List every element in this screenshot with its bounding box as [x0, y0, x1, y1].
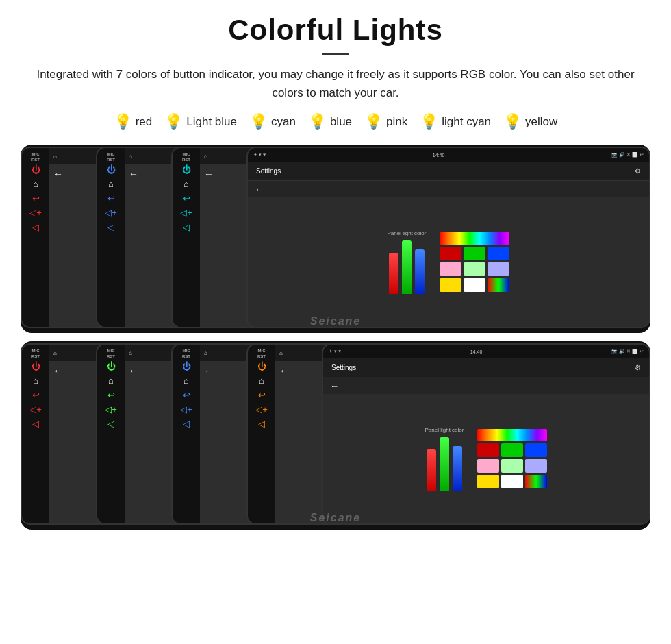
watermark-1: Seicane [310, 315, 361, 327]
bulb-red-icon: 💡 [114, 113, 132, 131]
grid-white-1[interactable] [464, 278, 485, 292]
panel-light-label-2: Panel light color [425, 427, 464, 433]
mic-label-1: MIC [32, 152, 40, 156]
vold-1b: ◁+ [29, 404, 42, 414]
mic-label-3: MIC [183, 152, 190, 156]
bulb-yellow-icon: 💡 [503, 113, 522, 131]
status-time-2: 14:40 [470, 349, 483, 354]
vol-down-3: ◁+ [180, 208, 192, 218]
color-label-blue: blue [330, 115, 352, 129]
color-label-lightcyan: light cyan [442, 115, 491, 129]
power-icon-2: ⏻ [107, 164, 116, 175]
settings-title-2: Settings [331, 364, 356, 371]
home-2b: ⌂ [108, 375, 114, 386]
vold-3b: ◁+ [180, 404, 192, 414]
grid-red-2[interactable] [477, 443, 499, 457]
color-item-cyan: 💡 cyan [249, 113, 296, 131]
sidebar-1: MIC RST ⏻ ⌂ ↩ ◁+ ◁ [22, 148, 49, 327]
vol-up-2: ◁ [107, 222, 114, 232]
grid-green-1[interactable] [464, 247, 485, 260]
title-section: Colorful Lights [21, 14, 650, 55]
color-label-cyan: cyan [271, 115, 296, 129]
grid-multi-1[interactable] [488, 278, 509, 292]
power-1b: ⏻ [31, 361, 40, 371]
grid-lightblue-2[interactable] [525, 459, 547, 473]
grid-pink-1[interactable] [440, 262, 461, 276]
vold-2b: ◁+ [105, 404, 117, 414]
color-item-blue: 💡 blue [308, 113, 352, 131]
grid-lightgreen-1[interactable] [464, 262, 485, 276]
device-row-2: MIC RST ⏻ ⌂ ↩ ◁+ ◁ ⌂ Se [21, 341, 650, 530]
title-divider [322, 53, 349, 55]
rainbow-strip-2 [477, 429, 547, 441]
back-arrow-3[interactable]: ← [204, 169, 214, 179]
grid-lightblue-1[interactable] [488, 262, 509, 276]
grid-green-2[interactable] [501, 443, 523, 457]
grid-blue-1[interactable] [488, 247, 509, 260]
sidebar-2b: MIC RST ⏻ ⌂ ↩ ◁+ ◁ [97, 345, 125, 523]
status-time-1: 14:40 [433, 153, 445, 158]
power-2b: ⏻ [107, 361, 116, 371]
rst-label-3: RST [182, 158, 190, 162]
power-icon-1: ⏻ [31, 164, 40, 175]
page-container: Colorful Lights Integrated with 7 colors… [0, 0, 671, 550]
settings-back-1[interactable]: ← [255, 184, 264, 195]
grid-yellow-1[interactable] [440, 278, 461, 292]
bar-red-2[interactable] [427, 449, 436, 491]
color-label-lightblue: Light blue [186, 115, 237, 129]
mic-label-2: MIC [107, 152, 115, 156]
back-arrow-3b[interactable]: ← [204, 365, 214, 376]
device-panel-main-1: ✦ ▾ ♥ 14:40 📷 🔊 ✕ ⬜ ↩ Settings ⚙ ← [246, 147, 650, 328]
settings-back-2[interactable]: ← [330, 381, 339, 391]
bar-green-1[interactable] [402, 240, 412, 294]
back-4b: ↩ [258, 390, 266, 400]
back-icon-2: ↩ [107, 193, 115, 203]
bar-green-2[interactable] [440, 437, 449, 491]
home-icon-1: ⌂ [33, 179, 38, 189]
color-item-lightcyan: 💡 light cyan [420, 113, 491, 131]
power-icon-3: ⏻ [182, 164, 191, 175]
sidebar-4b: MIC RST ⏻ ⌂ ↩ ◁+ ◁ [248, 345, 275, 523]
back-2b: ↩ [107, 390, 115, 400]
grid-blue-2[interactable] [525, 443, 547, 457]
colors-row: 💡 red 💡 Light blue 💡 cyan 💡 blue 💡 pink … [21, 113, 650, 131]
home-icon-3: ⌂ [183, 179, 189, 189]
description-text: Integrated with 7 colors of button indic… [21, 65, 650, 102]
bar-blue-1[interactable] [415, 249, 425, 294]
volu-4b: ◁ [258, 419, 265, 429]
bulb-blue-icon: 💡 [308, 113, 327, 131]
grid-yellow-2[interactable] [477, 475, 499, 488]
rst-label-2: RST [107, 158, 115, 162]
device-row-1: MIC RST ⏻ ⌂ ↩ ◁+ ◁ ⌂ Se [21, 145, 650, 333]
grid-red-1[interactable] [440, 247, 461, 260]
back-arrow-1b[interactable]: ← [53, 365, 63, 376]
grid-pink-2[interactable] [477, 459, 499, 473]
back-arrow-2[interactable]: ← [129, 169, 138, 179]
grid-lightgreen-2[interactable] [501, 459, 523, 473]
screenshots-section: MIC RST ⏻ ⌂ ↩ ◁+ ◁ ⌂ Se [21, 145, 650, 530]
color-item-pink: 💡 pink [364, 113, 407, 131]
sidebar-1b: MIC RST ⏻ ⌂ ↩ ◁+ ◁ [22, 345, 49, 523]
home-icon-2: ⌂ [108, 179, 114, 189]
color-label-pink: pink [386, 115, 407, 129]
vold-4b: ◁+ [255, 404, 268, 414]
back-icon-1: ↩ [32, 193, 40, 203]
rst-label-1: RST [31, 158, 40, 162]
volu-2b: ◁ [107, 419, 114, 429]
bar-blue-2[interactable] [453, 446, 462, 491]
back-arrow-1[interactable]: ← [53, 169, 63, 179]
grid-multi-2[interactable] [525, 475, 547, 488]
sidebar-3b: MIC RST ⏻ ⌂ ↩ ◁+ ◁ [173, 345, 200, 523]
settings-title-1: Settings [256, 167, 281, 175]
back-arrow-2b[interactable]: ← [129, 365, 138, 376]
color-label-red: red [136, 115, 153, 129]
power-4b: ⏻ [257, 361, 266, 371]
home-3b: ⌂ [183, 375, 189, 386]
grid-white-2[interactable] [501, 475, 523, 488]
vol-down-1: ◁+ [29, 208, 42, 218]
bulb-lightblue-icon: 💡 [164, 113, 183, 131]
vol-up-1: ◁ [32, 222, 39, 232]
bar-red-1[interactable] [389, 253, 398, 294]
watermark-2: Seicane [310, 512, 361, 524]
back-arrow-4b[interactable]: ← [279, 365, 289, 376]
